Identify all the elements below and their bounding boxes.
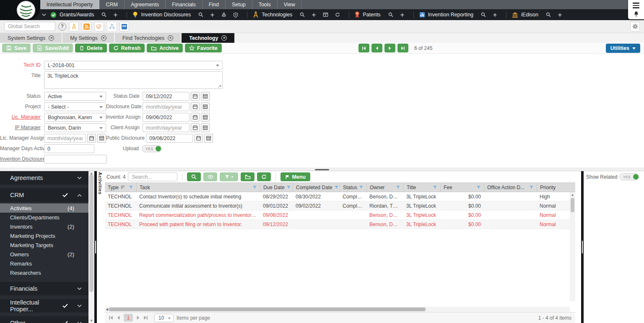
invention-disclosure-input[interactable] xyxy=(44,155,107,164)
hamburger-menu-icon[interactable] xyxy=(633,3,639,8)
technologies-shortcut-icon[interactable] xyxy=(69,22,79,31)
menu-find[interactable]: Find xyxy=(203,0,226,9)
cell-status[interactable]: Completed xyxy=(340,203,366,209)
next-record-button[interactable] xyxy=(384,44,395,52)
search-icon[interactable] xyxy=(101,12,106,17)
cell-due-date[interactable]: 09/01/2022 xyxy=(260,203,293,209)
cell-completed-date[interactable]: 09/02/2022 xyxy=(293,203,340,209)
help-icon[interactable]: ? xyxy=(58,23,66,31)
sidebar-section-other[interactable]: Other xyxy=(0,316,88,323)
sidebar-item-inventors[interactable]: Inventors (2) xyxy=(0,222,88,231)
sidebar-item-clients-departments[interactable]: Clients/Departments xyxy=(0,213,88,222)
next-page-button[interactable] xyxy=(136,315,140,320)
col-header-status[interactable]: Status xyxy=(340,183,366,192)
group-button[interactable] xyxy=(241,172,254,181)
cell-status[interactable]: Completed xyxy=(340,194,366,200)
cell-owner[interactable]: Benson, Darin xyxy=(366,221,403,227)
page-size-select[interactable]: 10 xyxy=(154,314,174,322)
cell-title[interactable]: 3L TripleLock xyxy=(403,194,440,200)
horizontal-splitter[interactable] xyxy=(0,168,644,171)
delete-button[interactable]: Delete xyxy=(75,44,107,52)
col-header-office-action-date[interactable]: Office Action D... xyxy=(484,183,537,192)
col-header-fee[interactable]: Fee xyxy=(440,183,484,192)
col-header-priority[interactable]: Priority xyxy=(537,183,575,192)
cell-owner[interactable]: Riordan, Theile xyxy=(366,203,403,209)
add-icon[interactable] xyxy=(400,13,405,17)
sidebar-section-agreements[interactable]: Agreements xyxy=(0,171,88,185)
utilities-button[interactable]: Utilities xyxy=(606,44,640,53)
cell-completed-date[interactable]: 08/30/2022 xyxy=(293,194,340,200)
settings-gear-icon[interactable] xyxy=(630,22,640,31)
calendar-icon[interactable] xyxy=(87,134,96,143)
tab-my-settings[interactable]: My Settings ✕ xyxy=(62,33,114,43)
menu-crm[interactable]: CRM xyxy=(99,0,124,9)
cell-due-date[interactable]: 09/06/2022 xyxy=(260,212,293,218)
close-tab-icon[interactable]: ✕ xyxy=(168,35,173,41)
cell-due-date[interactable]: 09/12/2022 xyxy=(260,221,293,227)
disclosure-date-input[interactable] xyxy=(143,102,190,111)
close-tab-icon[interactable]: ✕ xyxy=(49,35,54,41)
inventor-assign-input[interactable] xyxy=(143,113,190,122)
add-icon[interactable] xyxy=(312,13,316,17)
megaphone-icon[interactable] xyxy=(94,22,104,31)
search-icon[interactable] xyxy=(546,12,551,17)
col-header-title[interactable]: Title xyxy=(403,183,440,192)
first-page-button[interactable] xyxy=(109,315,113,320)
stamp-icon[interactable] xyxy=(221,12,226,17)
filter-icon[interactable] xyxy=(251,185,257,190)
calendar-icon[interactable] xyxy=(191,113,200,122)
tab-system-settings[interactable]: System Settings ✕ xyxy=(0,33,62,43)
cell-type[interactable]: TECHNOL xyxy=(105,194,136,200)
cell-fee[interactable]: $0.00 xyxy=(440,221,484,227)
invention-disclosure-link[interactable]: Invention Disclosure xyxy=(0,155,44,164)
calendar-icon[interactable] xyxy=(191,92,200,101)
add-icon[interactable] xyxy=(113,13,118,17)
refresh-icon[interactable] xyxy=(335,12,340,17)
technologies-label[interactable]: Technologies xyxy=(262,12,292,18)
filter-icon[interactable] xyxy=(357,185,364,190)
filter-icon[interactable] xyxy=(332,185,339,190)
cell-title[interactable]: 3L TripleLock xyxy=(403,221,440,227)
grid-search-button[interactable] xyxy=(187,172,201,181)
menu-setup[interactable]: Setup xyxy=(226,0,252,9)
sidebar-item-marketing-projects[interactable]: Marketing Projects xyxy=(0,231,88,240)
add-icon[interactable] xyxy=(493,13,497,17)
scrollbar-thumb[interactable] xyxy=(89,175,93,292)
cell-task[interactable]: Report commercialization path/process to… xyxy=(136,212,260,218)
sidebar-section-intellectual-property[interactable]: Intellectual Proper... xyxy=(0,299,88,313)
scrollbar-thumb[interactable] xyxy=(571,198,574,212)
client-assign-input[interactable] xyxy=(143,123,190,132)
calendar-icon[interactable] xyxy=(191,123,200,132)
tab-technology[interactable]: Technology ✕ xyxy=(182,33,234,43)
view-button[interactable] xyxy=(203,172,217,181)
search-icon[interactable] xyxy=(300,12,305,17)
sidebar-item-owners[interactable]: Owners (2) xyxy=(0,250,88,259)
status-date-input[interactable] xyxy=(143,92,190,101)
activity-row[interactable]: TECHNOL Communicate initial assessment t… xyxy=(105,201,575,211)
col-header-task[interactable]: Task xyxy=(136,183,260,192)
app-logo[interactable] xyxy=(17,1,35,19)
sidebar-section-financials[interactable]: Financials xyxy=(0,282,88,295)
cell-type[interactable]: TECHNOL xyxy=(105,221,136,227)
scroll-left-arrow[interactable]: ◀ xyxy=(105,307,109,311)
col-header-completed-date[interactable]: Completed Date xyxy=(293,183,340,192)
scrollbar-thumb[interactable] xyxy=(109,307,426,311)
iedison-label[interactable]: iEdison xyxy=(521,12,538,18)
menu-button[interactable]: Menu xyxy=(280,172,310,181)
filter-button[interactable] xyxy=(220,172,238,181)
rss-feed-icon[interactable] xyxy=(82,22,91,31)
title-textarea[interactable]: 3L TripleLock xyxy=(44,71,223,89)
expand-icon[interactable] xyxy=(218,85,221,89)
cell-task[interactable]: Proceed with patent filing or return to … xyxy=(136,221,260,227)
previous-record-button[interactable] xyxy=(371,44,382,52)
cell-due-date[interactable]: 08/29/2022 xyxy=(260,194,293,200)
menu-agreements[interactable]: Agreements xyxy=(125,0,166,9)
sidebar-splitter[interactable] xyxy=(94,171,97,323)
lic-manager-link[interactable]: Lic. Manager xyxy=(0,113,44,122)
activity-row-overdue[interactable]: TECHNOL Report commercialization path/pr… xyxy=(105,211,575,220)
sidebar-item-marketing-targets[interactable]: Marketing Targets xyxy=(0,240,88,250)
menu-tools[interactable]: Tools xyxy=(252,0,278,9)
current-page[interactable]: 1 xyxy=(124,314,133,322)
app-menu-caret-icon[interactable] xyxy=(42,13,46,16)
scroll-down-arrow[interactable]: ▼ xyxy=(88,319,94,323)
